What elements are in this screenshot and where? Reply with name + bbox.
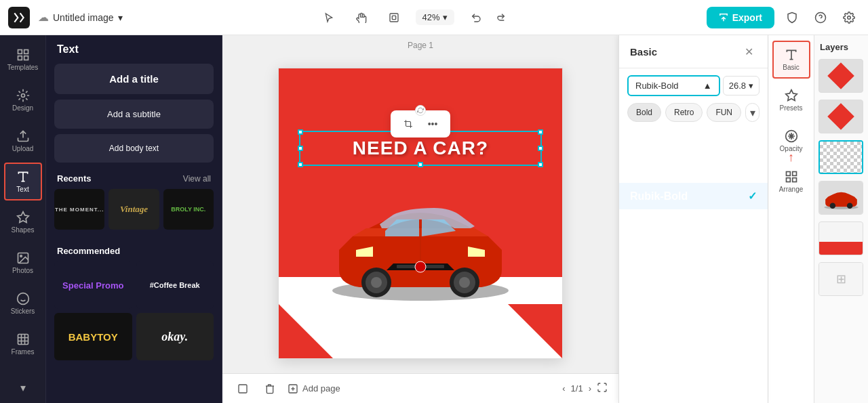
recommended-coffee[interactable]: #Coffee Break — [136, 261, 214, 309]
font-name: Agbalumo — [630, 164, 675, 176]
font-item-worksans[interactable]: WorkSans-Black — [619, 338, 768, 364]
layer-thumb-2 — [818, 100, 863, 133]
recommended-okay[interactable]: okay. — [136, 313, 214, 360]
redo-btn[interactable] — [490, 7, 511, 28]
recents-header: Recents View all — [46, 165, 222, 189]
layer-thumb-1 — [818, 59, 863, 93]
undo-redo-group — [465, 7, 511, 28]
layer-item-6[interactable]: ⊞ — [814, 259, 868, 300]
right-icon-label: Basic — [783, 64, 799, 71]
sidebar-item-frames[interactable]: Frames — [4, 325, 42, 363]
frame-tool-btn[interactable] — [383, 7, 405, 28]
select-tool-btn[interactable] — [318, 7, 340, 28]
font-dropdown-chevron: ▲ — [703, 81, 712, 91]
font-item-zy[interactable]: ZY Rainbow — [619, 287, 768, 312]
page-icon-btn[interactable] — [233, 379, 252, 398]
recent-item-vintage[interactable]: Vintage — [108, 189, 159, 230]
help-icon-btn[interactable] — [810, 7, 831, 28]
right-icon-arrange[interactable]: Arrange ↑ — [772, 163, 810, 200]
font-item-agbalumo[interactable]: Agbalumo — [619, 157, 768, 183]
sidebar-more-btn[interactable]: ▾ — [4, 377, 42, 398]
rotate-handle[interactable] — [415, 105, 426, 116]
zoom-control[interactable]: 42% ▾ — [416, 9, 454, 25]
sidebar-item-label: Upload — [12, 145, 34, 152]
font-item-baloo[interactable]: Baloo-Regular — [619, 235, 768, 261]
recent-item-broly[interactable]: BROLY INC. — [163, 189, 214, 230]
fun-style-btn[interactable]: FUN — [707, 103, 741, 122]
zoom-value: 42% — [422, 12, 440, 22]
layer-item-2[interactable] — [814, 97, 868, 137]
font-item-ubuntu[interactable]: Ubuntu Font — [619, 312, 768, 338]
app-logo[interactable] — [8, 7, 30, 28]
cloud-icon: ☁ — [38, 11, 49, 24]
svg-point-8 — [21, 94, 24, 98]
font-item-oswald[interactable]: Oswald — [619, 131, 768, 157]
add-title-btn[interactable]: Add a title — [54, 64, 214, 94]
add-page-btn[interactable]: Add page — [288, 383, 340, 394]
recommended-special[interactable]: Special Promo — [54, 261, 132, 309]
font-dropdown[interactable]: Rubik-Bold ▲ — [627, 75, 720, 96]
font-item-mohave[interactable]: Mohave-Bold — [619, 261, 768, 287]
floating-toolbar: ••• — [391, 110, 450, 137]
layer-thumb-6: ⊞ — [818, 262, 863, 296]
right-icon-panel: Basic Presets Opacity Arrange ↑ — [768, 35, 814, 403]
next-page-btn[interactable]: › — [589, 383, 591, 394]
view-all-btn[interactable]: View all — [183, 174, 211, 184]
topbar-center: 42% ▾ — [131, 7, 698, 28]
fullscreen-btn[interactable] — [597, 382, 608, 395]
right-icon-presets[interactable]: Presets — [772, 81, 810, 119]
sidebar-item-stickers[interactable]: Stickers — [4, 284, 42, 322]
svg-point-40 — [846, 203, 852, 209]
layer-item-4[interactable] — [814, 178, 868, 219]
export-btn[interactable]: Export — [707, 7, 774, 28]
add-body-btn[interactable]: Add body text — [54, 134, 214, 163]
document-title[interactable]: ☁ Untitled image ▾ — [38, 11, 123, 24]
sidebar-item-shapes[interactable]: Shapes — [4, 203, 42, 241]
handle-tr — [538, 129, 543, 135]
canvas-scroll[interactable]: NEED A CAR? ••• — [222, 53, 618, 373]
layer-banner-stripe — [819, 242, 863, 255]
sidebar-item-photos[interactable]: Photos — [4, 244, 42, 282]
undo-btn[interactable] — [465, 7, 487, 28]
delete-page-btn[interactable] — [260, 379, 279, 398]
need-car-text[interactable]: NEED A CAR? — [353, 137, 488, 159]
font-size-control[interactable]: 26.8 ▾ — [723, 76, 760, 96]
prev-page-btn[interactable]: ‹ — [562, 383, 565, 394]
more-options-btn[interactable]: ••• — [423, 114, 442, 133]
layer-thumb-3 — [818, 140, 863, 174]
canvas-area: Page 1 NEED A CAR? — [222, 35, 618, 403]
layer-item-5[interactable] — [814, 219, 868, 259]
style-more-btn[interactable]: ▾ — [745, 103, 760, 122]
font-item-rubik[interactable]: Rubik-Bold ✓ — [619, 183, 768, 209]
font-item-metropolis[interactable]: Metropolis-Bold — [619, 364, 768, 388]
recent-item-moment[interactable]: THE MOMENT... — [54, 189, 104, 230]
layers-title: Layers — [814, 35, 868, 56]
right-icon-basic[interactable]: Basic — [772, 41, 810, 79]
layer-diamond-shape — [827, 62, 854, 89]
retro-style-btn[interactable]: Retro — [665, 103, 703, 122]
hand-tool-btn[interactable] — [351, 7, 372, 28]
svg-marker-11 — [17, 212, 28, 223]
font-name: Metropolis-Bold — [630, 370, 696, 381]
shield-icon-btn[interactable] — [781, 7, 803, 28]
right-icon-label: Arrange — [779, 186, 804, 193]
layer-item-1[interactable] — [814, 56, 868, 97]
font-item-tenada[interactable]: Tenada-Bold — [619, 209, 768, 235]
sidebar-item-label: Text — [16, 186, 28, 193]
svg-rect-4 — [18, 50, 22, 54]
recommended-babytoy[interactable]: BABYTOY — [54, 313, 132, 360]
zoom-chevron: ▾ — [443, 12, 448, 22]
crop-btn[interactable] — [399, 114, 418, 133]
sidebar-item-upload[interactable]: Upload — [4, 122, 42, 160]
sidebar-item-text[interactable]: Text — [4, 163, 42, 200]
page-count: 1/1 — [571, 383, 583, 394]
font-panel-close-btn[interactable]: ✕ — [741, 43, 757, 60]
recents-grid: THE MOMENT... Vintage BROLY INC. — [46, 189, 222, 238]
add-subtitle-btn[interactable]: Add a subtitle — [54, 100, 214, 129]
svg-rect-34 — [786, 172, 790, 176]
layer-item-3[interactable] — [814, 137, 868, 178]
settings-icon-btn[interactable] — [838, 7, 860, 28]
sidebar-item-design[interactable]: Design — [4, 81, 42, 119]
sidebar-item-templates[interactable]: Templates — [4, 41, 42, 79]
bold-style-btn[interactable]: Bold — [627, 103, 661, 122]
